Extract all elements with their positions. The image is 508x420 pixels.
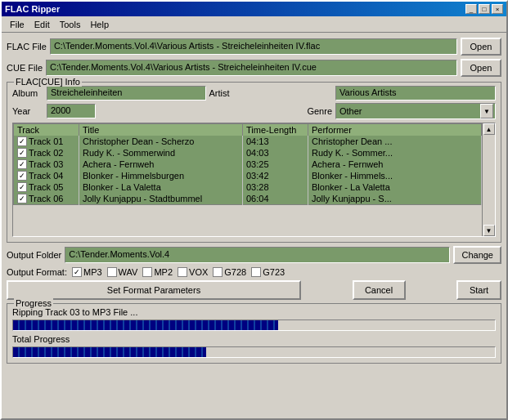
track-cell: ✓ Track 04	[14, 170, 79, 181]
flac-file-field[interactable]: C:\Tender.Moments.Vol.4\Various Artists …	[50, 38, 457, 55]
format-checkbox-mp3[interactable]: ✓	[72, 267, 82, 277]
scroll-up-button[interactable]: ▲	[483, 123, 495, 135]
format-option-g728[interactable]: G728	[213, 267, 246, 277]
scroll-down-button[interactable]: ▼	[483, 225, 495, 236]
format-label-g723: G723	[263, 267, 285, 277]
track-cell: ✓ Track 01	[14, 136, 79, 147]
time-cell: 03:25	[243, 159, 308, 170]
track-number: Track 02	[29, 148, 63, 158]
format-label-vox: VOX	[189, 267, 208, 277]
track-table-body: ✓ Track 01 Christopher Dean - Scherzo 04…	[14, 136, 482, 205]
maximize-button[interactable]: □	[479, 4, 490, 14]
flac-file-label: FLAC File	[7, 42, 47, 51]
main-window: FLAC Ripper _ □ × File Edit Tools Help F…	[0, 0, 508, 420]
format-checkbox-mp2[interactable]	[142, 267, 152, 277]
album-field[interactable]: Streicheleinheiten	[47, 86, 206, 101]
track-cell: ✓ Track 06	[14, 193, 79, 205]
track-table: Track Title Time-Length Performer ✓ Trac…	[13, 123, 482, 205]
track-checkbox[interactable]: ✓	[17, 159, 27, 169]
window-title: FLAC Ripper	[5, 4, 60, 14]
format-checkbox-g728[interactable]	[213, 267, 223, 277]
cue-file-field[interactable]: C:\Tender.Moments.Vol.4\Various Artists …	[46, 60, 457, 76]
format-option-mp2[interactable]: MP2	[142, 267, 173, 277]
progress-group: Progress Ripping Track 03 to MP3 File ..…	[7, 303, 501, 364]
track-number: Track 01	[29, 136, 63, 146]
time-cell: 04:03	[243, 147, 308, 159]
table-row[interactable]: ✓ Track 01 Christopher Dean - Scherzo 04…	[14, 136, 482, 147]
track-checkbox[interactable]: ✓	[17, 171, 27, 181]
year-label: Year	[12, 106, 43, 116]
output-folder-label: Output Folder	[7, 250, 61, 260]
start-button[interactable]: Start	[456, 280, 501, 300]
menu-help[interactable]: Help	[85, 18, 114, 31]
artist-label: Artist	[209, 88, 333, 98]
table-scrollbar[interactable]: ▲ ▼	[482, 123, 495, 236]
cue-open-button[interactable]: Open	[461, 59, 501, 77]
total-progress-label: Total Progress	[12, 334, 70, 344]
track-checkbox[interactable]: ✓	[17, 182, 27, 192]
year-field[interactable]: 2000	[47, 104, 96, 118]
track-checkbox[interactable]: ✓	[17, 194, 27, 203]
main-content: FLAC File C:\Tender.Moments.Vol.4\Variou…	[2, 33, 506, 418]
genre-dropdown[interactable]: Other ▼	[335, 103, 496, 119]
format-option-g723[interactable]: G723	[251, 267, 285, 277]
title-bar-buttons: _ □ ×	[465, 4, 503, 14]
format-label-g728: G728	[224, 267, 246, 277]
format-option-wav[interactable]: WAV	[107, 267, 138, 277]
progress-bar-1	[12, 319, 496, 331]
menu-edit[interactable]: Edit	[29, 18, 55, 31]
format-option-vox[interactable]: VOX	[178, 267, 208, 277]
flac-file-row: FLAC File C:\Tender.Moments.Vol.4\Variou…	[7, 38, 501, 56]
format-checkbox-g723[interactable]	[251, 267, 261, 277]
output-folder-row: Output Folder C:\Tender.Moments.Vol.4 Ch…	[7, 246, 501, 264]
album-label: Album	[12, 88, 43, 98]
track-cell: ✓ Track 05	[14, 181, 79, 193]
title-cell: Blonker - La Valetta	[79, 181, 243, 193]
table-row[interactable]: ✓ Track 06 Jolly Kunjappu - Stadtbummel …	[14, 193, 482, 205]
info-group: FLAC[CUE] Info Album Streicheleinheiten …	[7, 82, 501, 243]
format-label-wav: WAV	[119, 267, 138, 277]
table-row[interactable]: ✓ Track 02 Rudy K. - Sommerwind 04:03 Ru…	[14, 147, 482, 159]
genre-value: Other	[338, 106, 479, 116]
genre-dropdown-arrow[interactable]: ▼	[480, 104, 493, 118]
time-cell: 03:28	[243, 181, 308, 193]
artist-field[interactable]: Various Artists	[335, 86, 496, 101]
table-row[interactable]: ✓ Track 05 Blonker - La Valetta 03:28 Bl…	[14, 181, 482, 193]
output-folder-field[interactable]: C:\Tender.Moments.Vol.4	[65, 247, 450, 263]
progress-status: Ripping Track 03 to MP3 File ...	[12, 307, 137, 317]
track-checkbox[interactable]: ✓	[17, 136, 27, 146]
performer-cell: Blonker - Himmels...	[308, 170, 482, 181]
format-checkbox-vox[interactable]	[178, 267, 187, 277]
cancel-button[interactable]: Cancel	[353, 280, 406, 300]
title-cell: Rudy K. - Sommerwind	[79, 147, 243, 159]
col-time: Time-Length	[243, 124, 308, 136]
menu-tools[interactable]: Tools	[55, 18, 86, 31]
track-number: Track 04	[29, 171, 63, 181]
title-cell: Christopher Dean - Scherzo	[79, 136, 243, 147]
minimize-button[interactable]: _	[465, 4, 477, 14]
title-bar: FLAC Ripper _ □ ×	[2, 2, 506, 16]
format-options: ✓MP3WAVMP2VOXG728G723	[72, 267, 285, 277]
flac-open-button[interactable]: Open	[461, 38, 501, 56]
format-label-mp3: MP3	[83, 267, 102, 277]
title-cell: Achera - Fernweh	[79, 159, 243, 170]
track-table-header: Track Title Time-Length Performer	[14, 124, 482, 136]
format-option-mp3[interactable]: ✓MP3	[72, 267, 102, 277]
menu-file[interactable]: File	[5, 18, 29, 31]
progress-bar-2-fill	[13, 347, 206, 357]
format-checkbox-wav[interactable]	[107, 267, 117, 277]
menu-bar: File Edit Tools Help	[2, 16, 506, 33]
col-track: Track	[14, 124, 79, 136]
track-number: Track 06	[29, 194, 63, 203]
set-format-button[interactable]: Set Format Parameters	[7, 280, 301, 300]
table-row[interactable]: ✓ Track 03 Achera - Fernweh 03:25 Achera…	[14, 159, 482, 170]
format-label: Output Format:	[7, 267, 67, 277]
track-cell: ✓ Track 03	[14, 159, 79, 170]
close-button[interactable]: ×	[492, 4, 503, 14]
track-cell: ✓ Track 02	[14, 147, 79, 159]
table-row[interactable]: ✓ Track 04 Blonker - Himmelsburgen 03:42…	[14, 170, 482, 181]
time-cell: 04:13	[243, 136, 308, 147]
change-button[interactable]: Change	[453, 246, 501, 264]
col-title: Title	[79, 124, 243, 136]
track-checkbox[interactable]: ✓	[17, 148, 27, 158]
